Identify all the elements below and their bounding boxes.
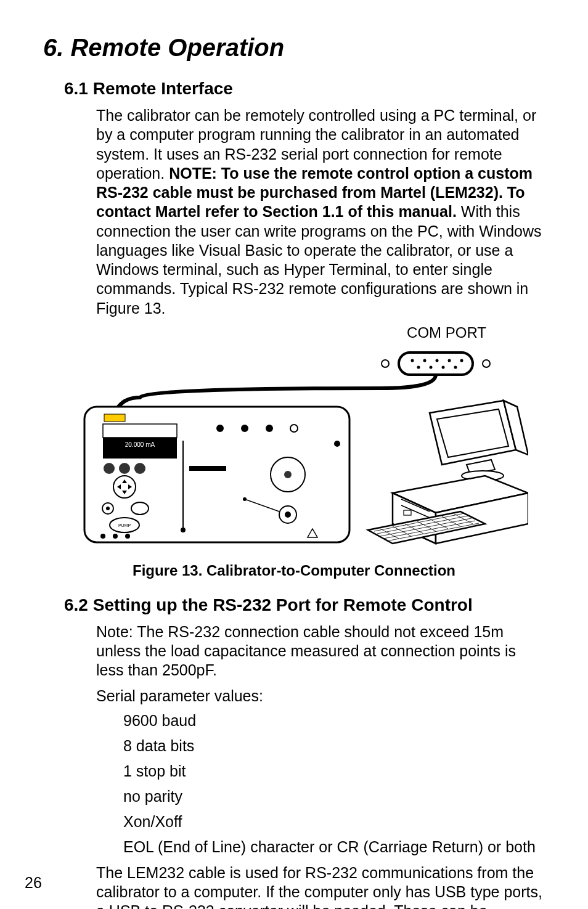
figure-13: COM PORT — [54, 324, 534, 579]
heading-6-2: 6.2 Setting up the RS-232 Port for Remot… — [64, 595, 545, 615]
svg-point-28 — [106, 507, 110, 510]
list-item: 8 data bits — [123, 737, 545, 755]
paragraph-lem232: The LEM232 cable is used for RS-232 comm… — [96, 863, 545, 909]
svg-point-15 — [266, 425, 273, 432]
svg-point-1 — [483, 360, 490, 367]
svg-point-44 — [334, 441, 340, 447]
svg-point-14 — [241, 425, 248, 432]
figure-caption: Figure 13. Calibrator-to-Computer Connec… — [54, 562, 534, 579]
svg-point-0 — [382, 360, 389, 367]
svg-point-24 — [119, 463, 130, 474]
section-title: 6. Remote Operation — [43, 34, 545, 62]
svg-point-13 — [216, 425, 224, 432]
paragraph-6-2-note: Note: The RS-232 connection cable should… — [96, 622, 545, 680]
paragraph-serial-intro: Serial parameter values: — [96, 687, 545, 706]
list-item: 9600 baud — [123, 712, 545, 730]
svg-text:PUMP: PUMP — [118, 523, 131, 528]
com-port-label: COM PORT — [54, 324, 534, 341]
svg-rect-18 — [103, 424, 177, 438]
svg-text:20.000 mA: 20.000 mA — [125, 441, 155, 448]
svg-point-3 — [411, 359, 414, 362]
svg-point-6 — [448, 359, 451, 362]
svg-point-10 — [442, 365, 445, 369]
svg-point-23 — [104, 463, 115, 474]
serial-parameter-list: 9600 baud 8 data bits 1 stop bit no pari… — [123, 712, 545, 856]
svg-point-25 — [134, 463, 145, 474]
svg-point-7 — [460, 359, 463, 362]
svg-rect-21 — [103, 451, 177, 459]
calibrator-computer-diagram: 20.000 mA — [60, 345, 528, 548]
svg-rect-22 — [104, 414, 125, 422]
svg-point-9 — [430, 365, 433, 369]
list-item: no parity — [123, 788, 545, 805]
heading-6-1: 6.1 Remote Interface — [64, 79, 545, 99]
page-number: 26 — [25, 874, 42, 892]
list-item: Xon/Xoff — [123, 813, 545, 831]
list-item: 1 stop bit — [123, 762, 545, 780]
svg-point-43 — [243, 497, 247, 501]
svg-point-8 — [417, 365, 420, 369]
paragraph-6-1: The calibrator can be remotely controlle… — [96, 106, 545, 318]
list-item: EOL (End of Line) character or CR (Carri… — [123, 838, 545, 856]
svg-point-41 — [285, 512, 291, 518]
svg-rect-37 — [189, 466, 226, 471]
svg-point-4 — [423, 359, 427, 362]
svg-point-32 — [100, 534, 105, 539]
svg-point-36 — [181, 528, 186, 532]
svg-point-33 — [113, 534, 118, 539]
svg-rect-2 — [399, 353, 473, 375]
svg-point-11 — [454, 365, 457, 369]
svg-point-5 — [436, 359, 439, 362]
svg-point-39 — [284, 471, 292, 478]
svg-point-34 — [125, 534, 130, 539]
